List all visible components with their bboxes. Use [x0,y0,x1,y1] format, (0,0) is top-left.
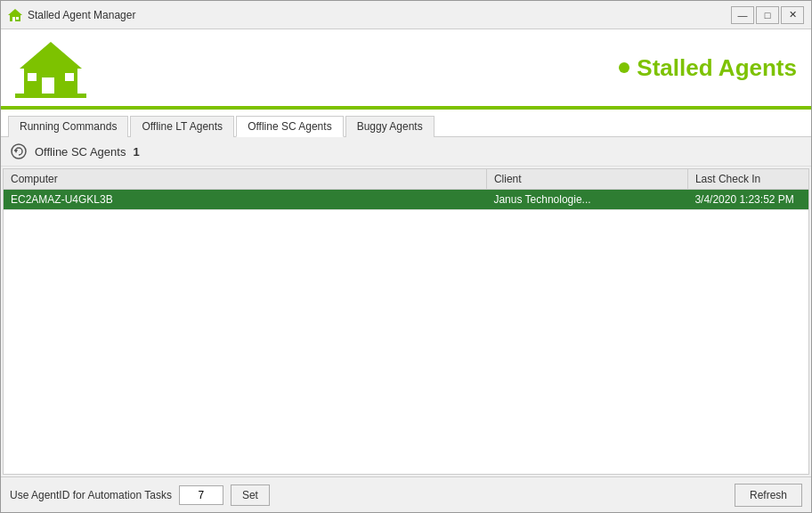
content-area: Offline SC Agents 1 Computer Client Last… [1,137,811,476]
table-header-row: Computer Client Last Check In [4,169,808,190]
refresh-icon [10,142,28,160]
agents-table: Computer Client Last Check In EC2AMAZ-U4… [4,169,808,210]
section-count: 1 [133,145,139,159]
app-window: Stalled Agent Manager — □ ✕ HABITAT [0,0,812,513]
maximize-button[interactable]: □ [756,6,779,24]
svg-marker-4 [20,42,82,69]
cell-computer: EC2AMAZ-U4GKL3B [4,190,486,210]
svg-rect-2 [12,17,15,21]
tabs-bar: Running Commands Offline LT Agents Offli… [1,110,811,137]
col-header-computer: Computer [4,169,486,190]
svg-rect-6 [42,77,54,95]
tab-buggy-agents[interactable]: Buggy Agents [345,116,434,137]
section-header: Offline SC Agents 1 [1,137,811,167]
app-icon [8,8,22,22]
set-button[interactable]: Set [231,484,270,506]
header-right: Stalled Agents [619,54,797,82]
minimize-button[interactable]: — [731,6,754,24]
svg-rect-7 [28,73,37,81]
table-row[interactable]: EC2AMAZ-U4GKL3BJanus Technologie...3/4/2… [4,190,808,210]
cell-last-check-in: 3/4/2020 1:23:52 PM [687,190,808,210]
svg-rect-8 [65,73,74,81]
window-controls: — □ ✕ [731,6,804,24]
tab-offline-lt-agents[interactable]: Offline LT Agents [130,116,234,137]
header-title: Stalled Agents [637,54,797,82]
cell-client: Janus Technologie... [486,190,687,210]
refresh-button[interactable]: Refresh [735,484,802,507]
svg-point-11 [12,144,26,159]
col-header-last-check-in: Last Check In [687,169,808,190]
agents-table-container: Computer Client Last Check In EC2AMAZ-U4… [3,168,809,475]
svg-marker-1 [8,9,22,15]
svg-rect-3 [16,17,19,20]
app-header: HABITAT Stalled Agents [1,29,811,110]
automation-label: Use AgentID for Automation Tasks [10,489,172,501]
tab-running-commands[interactable]: Running Commands [8,116,128,137]
footer: Use AgentID for Automation Tasks Set Ref… [1,476,811,512]
window-title: Stalled Agent Manager [28,9,731,21]
agent-id-input[interactable] [179,485,223,505]
close-button[interactable]: ✕ [781,6,804,24]
status-dot [619,62,629,73]
tab-offline-sc-agents[interactable]: Offline SC Agents [236,116,344,137]
habitat-logo: HABITAT [15,37,86,98]
col-header-client: Client [486,169,687,190]
logo-area: HABITAT [15,37,86,98]
section-label: Offline SC Agents [35,145,126,159]
title-bar: Stalled Agent Manager — □ ✕ [1,1,811,29]
